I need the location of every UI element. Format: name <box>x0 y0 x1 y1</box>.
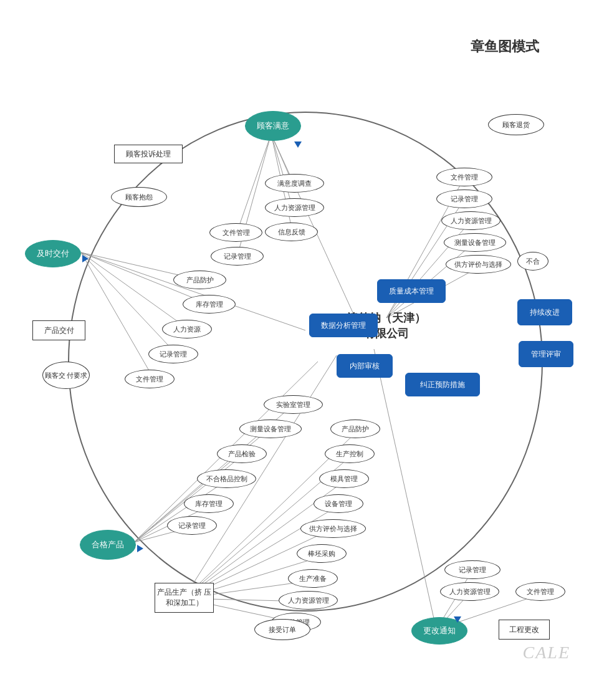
svg-line-10 <box>81 252 190 330</box>
node-renli-ziyuan-guanli-r2: 人力资源管理 <box>440 582 499 601</box>
node-chanpin-fanghu1: 产品防护 <box>173 271 226 289</box>
node-buhege-pin-kongzhi: 不合格品控制 <box>197 469 256 488</box>
svg-line-12 <box>81 252 155 380</box>
arrow-kehu-manyi <box>294 141 302 148</box>
node-guanli-shencha: 管理评审 <box>519 341 573 367</box>
node-shuju-fenxi: 数据分析管理 <box>309 314 378 337</box>
node-jishi-jiaofu: 及时交付 <box>25 240 81 267</box>
node-kehu-manyi: 顾客满意 <box>245 111 301 141</box>
rect-kehu-toushu-chuli: 顾客投诉处理 <box>114 145 183 163</box>
node-neibu-shenhe: 内部审核 <box>337 354 393 378</box>
svg-line-11 <box>81 252 178 355</box>
node-wenjian-guanli2: 文件管理 <box>125 370 175 388</box>
node-jiuzheng-yufang: 纠正预防措施 <box>405 373 480 396</box>
node-jilu-guanli-r2: 记录管理 <box>444 560 500 579</box>
node-renli-ziyuan-guanli-r: 人力资源管理 <box>441 211 500 230</box>
node-shengchan-kongzhi: 生产控制 <box>325 444 375 463</box>
node-jilu-guanli-r: 记录管理 <box>436 189 492 208</box>
node-shebei-guanli: 设备管理 <box>314 494 363 513</box>
node-jilu-guanli3: 记录管理 <box>167 516 217 535</box>
node-shiyanshi-guanli: 实验室管理 <box>264 395 323 414</box>
arrow-hege-chanpin <box>137 545 143 552</box>
node-gongfang-pingjia-r: 供方评价与选择 <box>446 255 511 274</box>
node-hege-chanpin: 合格产品 <box>80 530 136 560</box>
node-renli-ziyuan-guanli3: 人力资源管理 <box>279 591 338 610</box>
node-kehu-tuihuo: 顾客退货 <box>488 114 544 135</box>
node-chixu-gaijin: 持续改进 <box>517 299 572 325</box>
node-xinxi-fankui: 信息反馈 <box>265 223 318 241</box>
node-jilu-guanli2: 记录管理 <box>148 345 198 363</box>
node-buhege-r: 不合 <box>517 252 548 271</box>
arrow-gengai-tongzhi <box>454 616 461 623</box>
rect-gongcheng-genggai: 工程更改 <box>499 620 550 640</box>
node-gongfang-pingjia: 供方评价与选择 <box>300 519 366 538</box>
node-renli-ziyuan2: 人力资源 <box>162 320 212 338</box>
node-kehu-baoyu: 顾客抱怨 <box>111 187 167 207</box>
rect-chanpin-shengchan: 产品生产（挤 压和深加工） <box>155 583 214 613</box>
node-wenjian-guanli-r: 文件管理 <box>436 168 492 186</box>
rect-chanpin-jiaofu: 产品交付 <box>32 320 85 340</box>
watermark: CALE <box>523 643 570 663</box>
node-chanpin-jianyan: 产品检验 <box>217 444 267 463</box>
node-renli-ziyuan-guanli1: 人力资源管理 <box>265 198 324 217</box>
node-wenjian-guanli-r2: 文件管理 <box>515 582 565 601</box>
node-shengchan-zhunbei: 生产准备 <box>288 569 338 588</box>
node-jieshou-dingdan: 接受订单 <box>254 619 310 640</box>
node-manyidu-diaocha: 满意度调查 <box>265 174 324 193</box>
node-kucun-guanli1: 库存管理 <box>183 295 236 314</box>
node-celiang-shebei-guanli-r: 测量设备管理 <box>444 233 506 252</box>
node-jilu-guanli1: 记录管理 <box>211 247 264 266</box>
svg-line-3 <box>271 134 293 209</box>
arrow-jishi-jiaofu <box>82 255 89 262</box>
node-jiaofu-yaoqiu: 顾客交 付要求 <box>42 362 90 389</box>
svg-line-7 <box>81 252 305 330</box>
node-wenjian-guanli1: 文件管理 <box>209 223 262 242</box>
node-muju-guanli: 模具管理 <box>319 469 369 488</box>
node-zhiliang-chengben: 质量成本管理 <box>377 279 446 303</box>
page-title: 章鱼图模式 <box>471 37 539 56</box>
node-celiang-shebei-guanli1: 测量设备管理 <box>239 420 302 438</box>
node-banghuai-caigou: 棒坯采购 <box>297 544 347 563</box>
node-chanpin-fanghu2: 产品防护 <box>330 420 380 438</box>
node-kucun-guanli2: 库存管理 <box>184 494 234 513</box>
